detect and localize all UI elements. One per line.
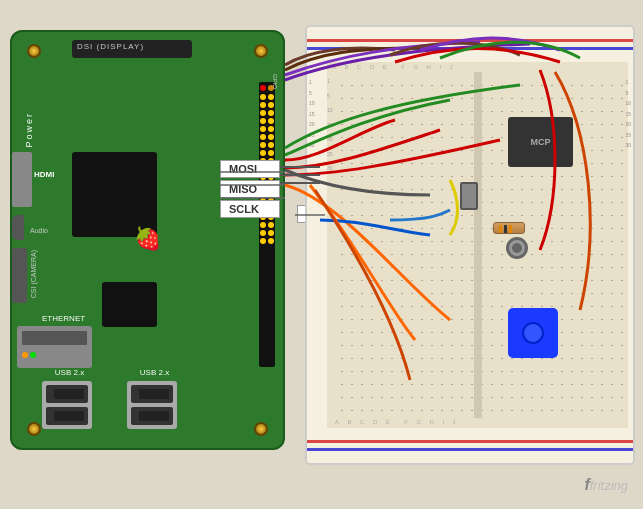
secondary-ic [102, 282, 157, 327]
rpi-board: DSI (DISPLAY) Power HDMI 🍓 [10, 30, 285, 450]
mosi-label: MOSI [220, 160, 280, 178]
csi-connector [12, 248, 27, 303]
power-rail-red-top [307, 39, 633, 42]
usb-label-2: USB 2.x [127, 368, 182, 377]
usb-connector-1 [42, 381, 92, 429]
mounting-hole-bl [27, 422, 41, 436]
hdmi-label: HDMI [34, 170, 54, 179]
usb-port-2: USB 2.x [127, 368, 182, 428]
capacitor [460, 182, 478, 210]
usb-label-1: USB 2.x [42, 368, 97, 377]
usb-area: USB 2.x USB 2.x [42, 368, 182, 428]
spi-labels: MOSI MISO SCLK [220, 160, 280, 220]
sclk-label: SCLK [220, 200, 280, 218]
breadboard-main-area: ABCDE FGHIJ 151015202530 [327, 62, 628, 428]
center-divider [474, 72, 482, 418]
hdmi-port [12, 152, 32, 207]
dsi-label: DSI (DISPLAY) [77, 42, 144, 51]
ethernet-port [17, 326, 92, 368]
pot-knob [522, 322, 544, 344]
main-container: DSI (DISPLAY) Power HDMI 🍓 [0, 0, 643, 509]
usb-slot-1b [46, 407, 88, 425]
usb-connector-2 [127, 381, 177, 429]
usb-slot-2b [131, 407, 173, 425]
mounting-hole-tr [254, 44, 268, 58]
power-rail-blue-top [307, 47, 633, 50]
power-label: Power [24, 112, 34, 148]
mounting-hole-br [254, 422, 268, 436]
main-ic [72, 152, 157, 237]
miso-label: MISO [220, 180, 280, 198]
potentiometer [508, 308, 558, 358]
csi-label: CSI (CAMERA) [30, 250, 37, 298]
ethernet-label: ETHERNET [42, 314, 85, 323]
fritzing-text: fritzing [590, 478, 628, 493]
usb-slot-2a [131, 385, 173, 403]
audio-jack [12, 215, 24, 240]
rpi-logo: 🍓 [134, 226, 162, 254]
trimmer-pot [506, 237, 528, 259]
power-rail-red-bottom [307, 440, 633, 443]
gpio-header [259, 82, 275, 367]
mounting-hole-tl [27, 44, 41, 58]
resistor [493, 222, 525, 234]
power-rail-blue-bottom [307, 448, 633, 451]
audio-label: Audio [30, 227, 48, 234]
fritzing-watermark: ffritzing [584, 476, 628, 494]
gpio-label: GPIO [272, 74, 278, 89]
mcp-chip: MCP [508, 117, 573, 167]
usb-slot-1a [46, 385, 88, 403]
usb-port-1: USB 2.x [42, 368, 97, 428]
breadboard: ABCDE FGHIJ 151015202530 MCP [305, 25, 635, 465]
